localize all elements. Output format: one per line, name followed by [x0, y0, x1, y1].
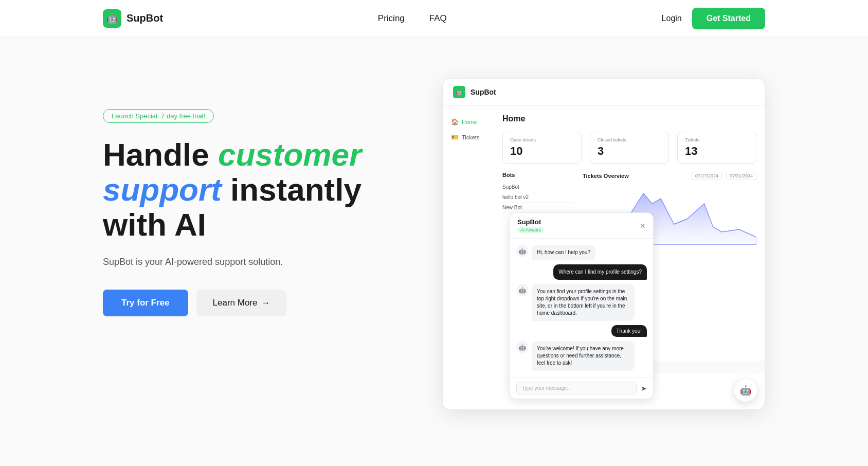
chart-header: Tickets Overview 07/17/2024 07/31/2024 — [583, 172, 756, 180]
chat-bubble-3: You can find your profile settings in th… — [532, 284, 635, 321]
launch-badge: Launch Special: 7 day free trial! — [103, 109, 214, 123]
chat-status: Ai Anwers — [517, 227, 544, 233]
chat-send-button[interactable]: ➤ — [641, 384, 647, 392]
chat-header: SupBot Ai Anwers ✕ — [510, 213, 653, 239]
bot-item-1[interactable]: SupBot — [502, 182, 574, 192]
hero-right: 🤖 SupBot 🏠 Home 🎫 Tickets — [442, 78, 765, 410]
chat-msg-3: 🤖 You can find your profile settings in … — [516, 284, 647, 321]
hero-headline: Handle customer support instantlywith AI — [103, 137, 401, 243]
get-started-button[interactable]: Get Started — [692, 8, 765, 29]
nav-pricing[interactable]: Pricing — [378, 13, 405, 24]
logo[interactable]: 🤖 SupBot — [103, 9, 163, 28]
bot-avatar-2: 🤖 — [516, 284, 529, 296]
chat-overlay: SupBot Ai Anwers ✕ 🤖 Hi, how can I help … — [510, 212, 654, 399]
hero-left: Launch Special: 7 day free trial! Handle… — [103, 78, 401, 316]
bot-avatar-3: 🤖 — [516, 341, 529, 353]
headline-part1: Handle — [103, 137, 218, 172]
chat-header-left: SupBot Ai Anwers — [517, 218, 544, 233]
chat-msg-4: Thank you! — [611, 325, 647, 337]
mockup-body: 🏠 Home 🎫 Tickets Home Open tickets — [443, 106, 765, 409]
chat-msg-5: 🤖 You're welcome! If you have any more q… — [516, 341, 647, 371]
mockup-brand-name: SupBot — [471, 88, 496, 96]
logo-icon: 🤖 — [103, 9, 121, 28]
bot-item-3[interactable]: New Bot — [502, 203, 574, 213]
mockup-page-title: Home — [502, 114, 756, 123]
try-free-button[interactable]: Try for Free — [103, 290, 188, 316]
headline-customer: customer — [218, 137, 361, 172]
brand-name: SupBot — [126, 12, 163, 24]
tickets-icon: 🎫 — [451, 134, 459, 141]
headline-support: support — [103, 172, 222, 207]
mockup-logo-icon: 🤖 — [453, 86, 465, 98]
chat-msg-1: 🤖 Hi, how can I help you? — [516, 245, 647, 260]
chat-input-row: Type your message... ➤ — [510, 377, 653, 399]
learn-more-button[interactable]: Learn More → — [196, 290, 287, 316]
chat-bubble-1: Hi, how can I help you? — [532, 245, 595, 260]
chat-brand-name: SupBot — [517, 218, 544, 226]
stat-total-tickets: Tickets 13 — [677, 132, 756, 164]
bot-item-2[interactable]: hello bot v2 — [502, 192, 574, 203]
chat-close-icon[interactable]: ✕ — [640, 222, 646, 230]
chat-messages: 🤖 Hi, how can I help you? Where can I fi… — [510, 239, 653, 377]
bot-avatar-1: 🤖 — [516, 245, 529, 257]
hero-subtext: SupBot is your AI-powered support soluti… — [103, 255, 401, 269]
chart-dates: 07/17/2024 07/31/2024 — [692, 172, 756, 180]
nav-faq[interactable]: FAQ — [429, 13, 447, 24]
floating-chat-button[interactable]: 🤖 — [734, 379, 757, 402]
chat-bubble-5: You're welcome! If you have any more que… — [532, 341, 635, 371]
nav-links: Pricing FAQ — [378, 13, 447, 24]
sidebar-tickets[interactable]: 🎫 Tickets — [443, 130, 494, 145]
home-icon: 🏠 — [451, 118, 459, 126]
nav-actions: Login Get Started — [662, 8, 765, 29]
stat-open-tickets: Open tickets 10 — [502, 132, 582, 164]
mockup-main: Home Open tickets 10 Closed tickets 3 Ti… — [494, 106, 765, 409]
hero-section: Launch Special: 7 day free trial! Handle… — [0, 37, 868, 466]
dashboard-mockup: 🤖 SupBot 🏠 Home 🎫 Tickets — [442, 78, 765, 410]
chat-msg-2: Where can I find my profile settings? — [553, 264, 647, 280]
chat-input[interactable]: Type your message... — [516, 382, 637, 395]
hero-ctas: Try for Free Learn More → — [103, 290, 401, 316]
mockup-header: 🤖 SupBot — [443, 79, 765, 106]
navbar: 🤖 SupBot Pricing FAQ Login Get Started — [0, 0, 868, 37]
stats-row: Open tickets 10 Closed tickets 3 Tickets… — [502, 132, 756, 164]
login-button[interactable]: Login — [662, 14, 682, 23]
stat-closed-tickets: Closed tickets 3 — [590, 132, 669, 164]
sidebar-home[interactable]: 🏠 Home — [443, 114, 494, 130]
mockup-sidebar: 🏠 Home 🎫 Tickets — [443, 106, 494, 409]
